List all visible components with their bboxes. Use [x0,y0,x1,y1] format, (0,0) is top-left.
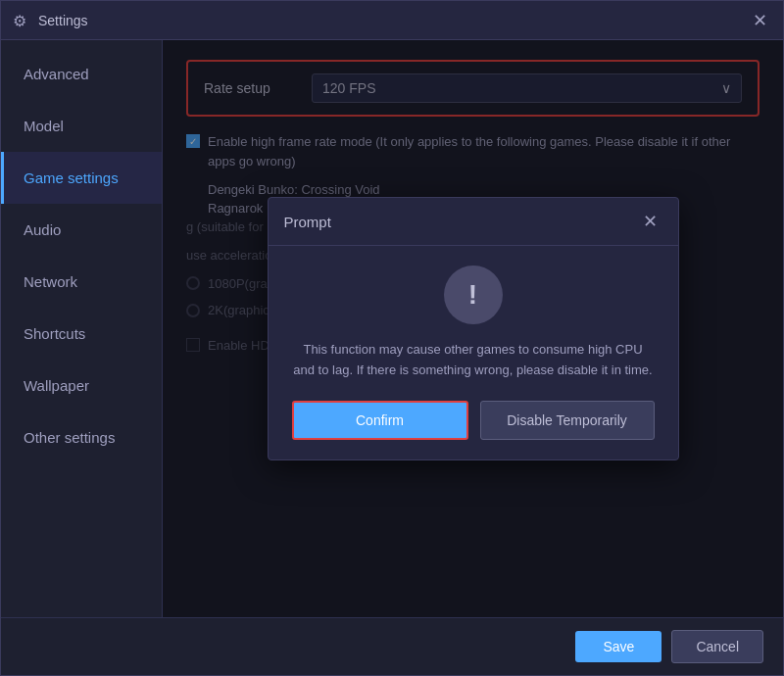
sidebar-item-other-settings[interactable]: Other settings [1,411,162,463]
warning-icon: ! [468,279,477,311]
main-content: Advanced Model Game settings Audio Netwo… [1,40,783,617]
sidebar-item-advanced[interactable]: Advanced [1,48,162,100]
sidebar-item-game-settings[interactable]: Game settings [1,152,162,204]
modal-close-button[interactable]: ✕ [639,210,662,233]
confirm-button[interactable]: Confirm [292,401,468,440]
sidebar-item-audio[interactable]: Audio [1,204,162,256]
settings-window: ⚙ Settings ✕ Advanced Model Game setting… [0,0,784,676]
modal-header: Prompt ✕ [269,198,678,246]
content-area: Rate setup 120 FPS ∨ ✓ Enable high frame… [163,40,783,617]
window-title: Settings [38,13,748,28]
modal-message: This function may cause other games to c… [292,340,655,381]
prompt-modal: Prompt ✕ ! This function may cause other… [268,197,679,460]
cancel-button[interactable]: Cancel [671,630,763,663]
settings-icon: ⚙ [13,12,30,29]
title-bar: ⚙ Settings ✕ [1,1,783,40]
sidebar-item-shortcuts[interactable]: Shortcuts [1,308,162,360]
modal-title: Prompt [284,214,639,230]
disable-temporarily-button[interactable]: Disable Temporarily [480,401,655,440]
modal-overlay: Prompt ✕ ! This function may cause other… [163,40,783,617]
sidebar: Advanced Model Game settings Audio Netwo… [1,40,163,617]
modal-body: ! This function may cause other games to… [269,246,678,459]
sidebar-item-model[interactable]: Model [1,100,162,152]
bottom-bar: Save Cancel [1,617,783,675]
sidebar-item-network[interactable]: Network [1,256,162,308]
sidebar-item-wallpaper[interactable]: Wallpaper [1,360,162,411]
warning-icon-circle: ! [444,266,503,324]
modal-buttons: Confirm Disable Temporarily [292,401,655,440]
window-close-button[interactable]: ✕ [748,9,771,32]
save-button[interactable]: Save [575,631,662,662]
